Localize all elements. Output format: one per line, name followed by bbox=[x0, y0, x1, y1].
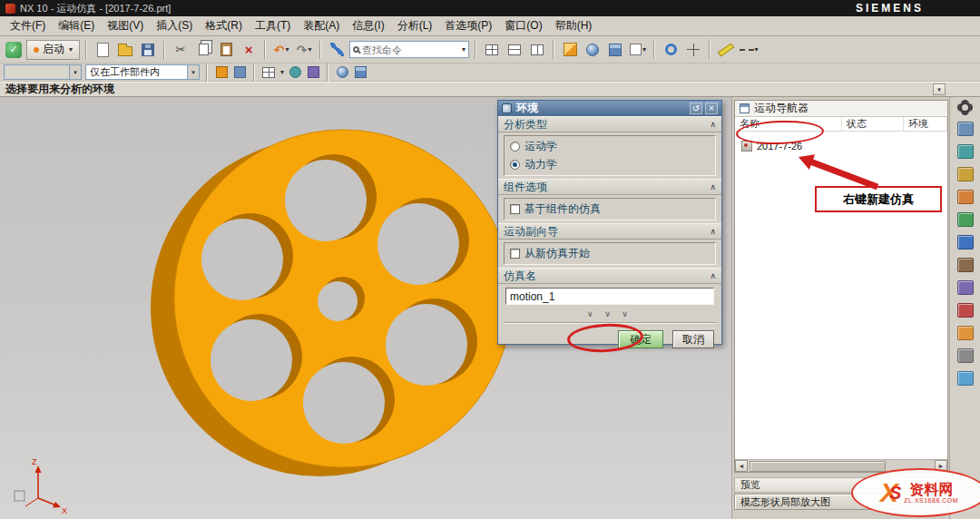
wcs-triad[interactable]: Z X bbox=[15, 457, 67, 515]
selection-scope-icon[interactable] bbox=[232, 65, 247, 80]
cut-icon[interactable]: ✂ bbox=[171, 40, 191, 60]
radio-dynamics[interactable]: 动力学 bbox=[510, 157, 710, 172]
snap-point-icon[interactable] bbox=[214, 65, 229, 80]
resource-bar bbox=[949, 97, 980, 519]
menu-format[interactable]: 格式(R) bbox=[199, 16, 249, 35]
mini-shaded-icon[interactable] bbox=[335, 65, 349, 80]
command-finder-input[interactable] bbox=[362, 44, 458, 55]
menu-insert[interactable]: 插入(S) bbox=[150, 16, 199, 35]
dialog-reset-button[interactable]: ↺ bbox=[690, 103, 702, 114]
layer-filter-icon[interactable] bbox=[306, 65, 320, 80]
assembly-navigator-icon[interactable] bbox=[957, 122, 974, 136]
window-split-horizontal-icon[interactable] bbox=[505, 40, 524, 60]
toolbar-separator bbox=[85, 41, 87, 59]
touch-mode-icon[interactable] bbox=[957, 371, 974, 386]
isometric-view-icon[interactable] bbox=[560, 40, 580, 60]
simulation-name-input[interactable] bbox=[505, 288, 714, 305]
start-button[interactable]: 启动 ▾ bbox=[26, 40, 80, 60]
paste-icon[interactable] bbox=[216, 40, 236, 60]
process-studio-icon[interactable] bbox=[957, 280, 974, 295]
dialog-titlebar[interactable]: 环境 ↺ × bbox=[498, 101, 721, 116]
grid-options-icon[interactable] bbox=[261, 65, 276, 80]
menu-assemblies[interactable]: 装配(A) bbox=[297, 16, 346, 35]
system-materials-icon[interactable] bbox=[957, 348, 974, 363]
collapse-icon: ∧ bbox=[710, 271, 716, 280]
menu-information[interactable]: 信息(I) bbox=[346, 16, 390, 35]
section-component-options[interactable]: 组件选项 ∧ bbox=[498, 179, 721, 195]
background-color-icon[interactable]: ▾ bbox=[628, 40, 648, 60]
constraint-navigator-icon[interactable] bbox=[957, 144, 974, 159]
menu-view[interactable]: 视图(V) bbox=[101, 16, 150, 35]
menu-analysis[interactable]: 分析(L) bbox=[391, 16, 439, 35]
mini-wireframe-icon[interactable] bbox=[353, 65, 368, 80]
cancel-button[interactable]: 取消 bbox=[672, 330, 714, 348]
web-browser-icon[interactable] bbox=[957, 235, 974, 250]
dashed-display-icon[interactable]: ▾ bbox=[739, 40, 759, 60]
radio-glyph bbox=[510, 142, 520, 152]
history-icon[interactable] bbox=[957, 258, 974, 272]
copy-icon[interactable] bbox=[193, 40, 213, 60]
menu-tools[interactable]: 工具(T) bbox=[249, 16, 297, 35]
menu-edit[interactable]: 编辑(E) bbox=[52, 16, 101, 35]
radio-kinematics[interactable]: 运动学 bbox=[510, 139, 710, 154]
annotation-callout: 右键新建仿真 bbox=[815, 186, 942, 212]
chevron-down-icon: ▾ bbox=[642, 45, 646, 54]
reuse-library-icon[interactable] bbox=[957, 190, 974, 204]
ok-button[interactable]: 确定 bbox=[618, 330, 663, 348]
tree-row-simulation[interactable]: 2017-7-26 bbox=[735, 138, 947, 154]
dialog-separator bbox=[504, 322, 716, 324]
gallery-icon[interactable]: ✓ bbox=[4, 40, 24, 60]
fit-view-icon[interactable] bbox=[683, 40, 703, 60]
more-options-chevrons[interactable]: ∨ ∨ ∨ bbox=[498, 308, 721, 320]
checkbox-glyph bbox=[510, 204, 520, 214]
dialog-close-button[interactable]: × bbox=[705, 103, 718, 114]
open-file-icon[interactable] bbox=[115, 40, 135, 60]
column-name[interactable]: 名称 bbox=[735, 117, 842, 131]
manufacturing-wizard-icon[interactable] bbox=[957, 303, 974, 318]
rotate-view-icon[interactable] bbox=[661, 40, 681, 60]
delete-icon[interactable]: × bbox=[239, 40, 259, 60]
gear-icon[interactable] bbox=[959, 102, 971, 113]
radio-checked-glyph bbox=[510, 160, 520, 170]
wireframe-view-icon[interactable] bbox=[605, 40, 625, 60]
main-toolbar: ✓ 启动 ▾ ✂ × ↶▾ ↷▾ ▾ ▾ bbox=[0, 36, 980, 64]
scissors-glyph: ✂ bbox=[176, 43, 186, 56]
section-analysis-type[interactable]: 分析类型 ∧ bbox=[498, 116, 721, 132]
menu-help[interactable]: 帮助(H) bbox=[549, 16, 599, 35]
command-finder[interactable]: ▾ bbox=[349, 41, 469, 58]
shaded-view-icon[interactable] bbox=[583, 40, 603, 60]
measure-icon[interactable] bbox=[716, 40, 736, 60]
menu-window[interactable]: 窗口(O) bbox=[498, 16, 548, 35]
blue-cube-glyph bbox=[355, 66, 367, 78]
folder-glyph bbox=[118, 46, 132, 56]
window-title: NX 10 - 运动仿真 - [2017-7-26.prt] bbox=[20, 2, 171, 15]
window-split-vertical-icon[interactable] bbox=[527, 40, 547, 60]
new-file-icon[interactable] bbox=[93, 40, 113, 60]
column-environment[interactable]: 环境 bbox=[904, 117, 947, 131]
color-filter-icon[interactable] bbox=[288, 65, 302, 80]
checkbox-label: 基于组件的仿真 bbox=[524, 201, 601, 217]
undo-icon[interactable]: ↶▾ bbox=[271, 40, 291, 60]
scroll-left-button[interactable]: ◄ bbox=[735, 460, 748, 472]
flywheel-part[interactable] bbox=[151, 130, 512, 476]
checkbox-new-simulation[interactable]: 从新仿真开始 bbox=[510, 246, 710, 261]
menu-preferences[interactable]: 首选项(P) bbox=[438, 16, 498, 35]
section-joint-wizard[interactable]: 运动副向导 ∧ bbox=[498, 223, 721, 240]
section-simulation-name[interactable]: 仿真名 ∧ bbox=[498, 268, 721, 284]
menu-file[interactable]: 文件(F) bbox=[4, 16, 52, 35]
scope-filter-combo[interactable]: 仅在工作部件内 ▾ bbox=[85, 64, 200, 80]
save-icon[interactable] bbox=[138, 40, 158, 60]
prompt-options-button[interactable]: ▾ bbox=[933, 83, 946, 95]
column-status[interactable]: 状态 bbox=[842, 117, 904, 131]
navigator-titlebar[interactable]: 运动导航器 bbox=[735, 101, 947, 117]
redo-icon[interactable]: ↷▾ bbox=[294, 40, 314, 60]
sketch-icon[interactable] bbox=[327, 40, 347, 60]
part-navigator-icon[interactable] bbox=[957, 167, 974, 181]
checkbox-component-based[interactable]: 基于组件的仿真 bbox=[510, 201, 710, 217]
roles-icon[interactable] bbox=[957, 326, 974, 340]
window-grid-icon[interactable] bbox=[482, 40, 502, 60]
hd3d-tools-icon[interactable] bbox=[957, 212, 974, 227]
chevron-down-icon[interactable]: ▾ bbox=[280, 68, 284, 76]
type-filter-combo[interactable]: ▾ bbox=[4, 64, 82, 80]
check-icon: ✓ bbox=[5, 42, 22, 58]
